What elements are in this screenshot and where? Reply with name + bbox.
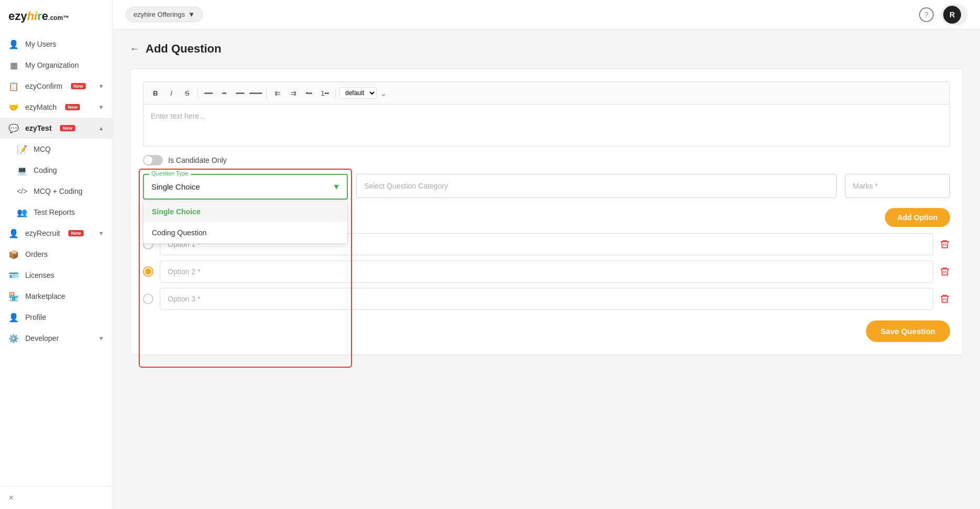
svg-rect-4 [944, 298, 944, 300]
editor-toolbar: B I S ⁣━━ ⁣━ ━━ ━━━ ⇇ ⇉ •━ 1━ default ⌄ [143, 81, 950, 105]
align-left-button[interactable]: ⁣━━ [202, 86, 215, 100]
sidebar-item-my-organization[interactable]: ▦ My Organization [0, 55, 112, 76]
toolbar-separator [335, 88, 336, 98]
category-input[interactable] [356, 174, 837, 198]
ezyconfirm-badge: New [71, 83, 86, 89]
sidebar-item-mcq[interactable]: 📝 MCQ [0, 139, 112, 160]
organization-icon: ▦ [8, 60, 19, 70]
ezyconfirm-icon: 📋 [8, 81, 19, 91]
italic-button[interactable]: I [164, 86, 178, 100]
save-row: Save Question [143, 320, 950, 342]
help-icon[interactable]: ? [919, 7, 934, 22]
chevron-down-icon: ▼ [98, 104, 104, 110]
ezyrecruit-badge: New [68, 230, 84, 236]
sidebar-item-marketplace[interactable]: 🏪 Marketplace [0, 286, 112, 307]
orders-icon: 📦 [8, 249, 19, 259]
sidebar-item-ezyrecruit[interactable]: 👤 ezyRecruit New ▼ [0, 223, 112, 244]
indent-right-button[interactable]: ⇉ [286, 86, 300, 100]
sidebar-item-licenses[interactable]: 🪪 Licenses [0, 265, 112, 286]
font-select-chevron: ⌄ [380, 88, 387, 98]
strikethrough-button[interactable]: S [180, 86, 194, 100]
indent-left-button[interactable]: ⇇ [271, 86, 284, 100]
sidebar-item-ezyconfirm[interactable]: 📋 ezyConfirm New ▼ [0, 76, 112, 97]
question-form-row: Question Type Single Choice ▼ Single Cho… [143, 174, 950, 200]
option-2-input[interactable] [160, 261, 933, 283]
sidebar-item-coding[interactable]: 💻 Coding [0, 160, 112, 181]
logo: ezyhire.com™ [0, 0, 112, 30]
option-coding-question[interactable]: Coding Question [143, 222, 347, 243]
header-right: ? R [919, 4, 967, 26]
candidate-only-label: Is Candidate Only [168, 156, 226, 164]
svg-rect-0 [944, 243, 944, 246]
toggle-knob [144, 156, 152, 164]
option-row-2 [143, 261, 950, 283]
collapse-button[interactable]: ✕ [8, 494, 104, 502]
test-reports-icon: 👥 [17, 207, 27, 217]
sidebar-item-ezymatch[interactable]: 🤝 ezyMatch New ▼ [0, 97, 112, 118]
ezyrecruit-icon: 👤 [8, 228, 19, 238]
question-type-menu: Single Choice Coding Question [143, 201, 348, 244]
chevron-down-icon: ▼ [188, 11, 195, 18]
option-1-delete-button[interactable] [940, 239, 950, 250]
avatar-button[interactable]: R [941, 4, 967, 26]
form-card: B I S ⁣━━ ⁣━ ━━ ━━━ ⇇ ⇉ •━ 1━ default ⌄ [130, 68, 963, 355]
align-right-button[interactable]: ━━ [233, 86, 247, 100]
sidebar: ezyhire.com™ 👤 My Users ▦ My Organizatio… [0, 0, 113, 509]
page-header: ← Add Question [130, 42, 963, 56]
ezytest-icon: 💬 [8, 123, 19, 133]
developer-icon: ⚙️ [8, 333, 19, 344]
option-3-radio[interactable] [143, 294, 153, 304]
option-single-choice[interactable]: Single Choice [143, 201, 347, 222]
back-button[interactable]: ← [130, 44, 139, 55]
marks-field [845, 174, 950, 198]
list-number-button[interactable]: 1━ [318, 86, 332, 100]
svg-rect-3 [945, 271, 946, 273]
option-row-3 [143, 288, 950, 310]
trash-icon [940, 239, 950, 250]
sidebar-item-mcq-coding[interactable]: </> MCQ + Coding [0, 181, 112, 202]
trash-icon [940, 294, 950, 304]
option-3-delete-button[interactable] [940, 294, 950, 304]
header-left: ezyhire Offerings ▼ [126, 7, 203, 22]
ezymatch-icon: 🤝 [8, 102, 19, 112]
question-type-select[interactable]: Single Choice ▼ [144, 175, 347, 199]
candidate-only-toggle[interactable] [143, 155, 163, 165]
svg-rect-1 [945, 243, 946, 246]
sidebar-item-my-users[interactable]: 👤 My Users [0, 34, 112, 55]
option-3-input[interactable] [160, 288, 933, 310]
sidebar-item-developer[interactable]: ⚙️ Developer ▼ [0, 328, 112, 349]
sidebar-item-ezytest[interactable]: 💬 ezyTest New ▲ [0, 118, 112, 139]
page-content: ← Add Question B I S ⁣━━ ⁣━ ━━ ━━━ ⇇ ⇉ •… [113, 29, 980, 509]
svg-rect-5 [945, 298, 946, 300]
chevron-down-icon: ▼ [98, 335, 104, 341]
justify-button[interactable]: ━━━ [249, 86, 263, 100]
svg-rect-2 [944, 271, 944, 273]
sidebar-item-orders[interactable]: 📦 Orders [0, 244, 112, 265]
sidebar-item-profile[interactable]: 👤 Profile [0, 307, 112, 328]
page-title: Add Question [146, 42, 221, 56]
mcq-coding-icon: </> [17, 186, 27, 196]
option-2-radio[interactable] [143, 266, 153, 277]
option-2-delete-button[interactable] [940, 266, 950, 277]
dropdown-arrow-icon: ▼ [332, 182, 341, 192]
candidate-only-row: Is Candidate Only [143, 155, 950, 165]
avatar: R [943, 6, 961, 24]
coding-icon: 💻 [17, 165, 27, 175]
ezytest-badge: New [60, 125, 75, 131]
sidebar-nav: 👤 My Users ▦ My Organization 📋 ezyConfir… [0, 30, 112, 486]
sidebar-item-test-reports[interactable]: 👥 Test Reports [0, 202, 112, 223]
chevron-down-icon: ▼ [98, 230, 104, 236]
font-select[interactable]: default [339, 87, 377, 99]
main-content: ezyhire Offerings ▼ ? R ← Add Question B… [113, 0, 980, 509]
marks-input[interactable] [845, 174, 950, 198]
align-center-button[interactable]: ⁣━ [218, 86, 231, 100]
save-question-button[interactable]: Save Question [866, 320, 950, 342]
offerings-button[interactable]: ezyhire Offerings ▼ [126, 7, 203, 22]
add-option-button[interactable]: Add Option [885, 208, 950, 227]
header: ezyhire Offerings ▼ ? R [113, 0, 980, 29]
bold-button[interactable]: B [149, 86, 162, 100]
mcq-icon: 📝 [17, 144, 27, 154]
editor-area[interactable]: Enter text here... [143, 105, 950, 147]
list-bullet-button[interactable]: •━ [302, 86, 316, 100]
toolbar-separator [198, 88, 198, 98]
